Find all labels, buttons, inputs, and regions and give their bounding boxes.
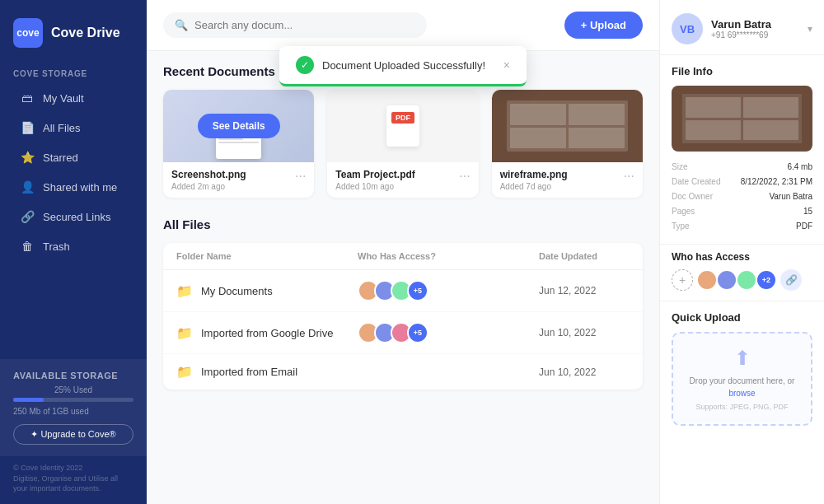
doc-card-pdf[interactable]: PDF Team Project.pdf Added 10m ago ··· [327, 90, 478, 198]
content-area: Recent Documents [147, 51, 659, 504]
sidebar-item-label: Starred [43, 152, 78, 164]
pages-label: Pages [672, 204, 695, 219]
table-row[interactable]: 📁 Imported from Email Jun 10, 2022 [163, 354, 643, 390]
doc-card-wireframe[interactable]: wireframe.png Added 7d ago ··· [492, 90, 643, 198]
file-info-section: File Info Size 6.4 mb Date Created 8/12/… [660, 55, 824, 244]
size-label: Size [672, 160, 687, 175]
wireframe-box [510, 104, 566, 124]
storage-section-label: COVE STORAGE [0, 63, 147, 83]
files-table-header: Folder Name Who Has Access? Date Updated [163, 243, 643, 270]
table-row[interactable]: 📁 Imported from Google Drive +5 Jun 10, … [163, 312, 643, 354]
upgrade-button[interactable]: ✦ Upgrade to Cove® [13, 424, 133, 445]
avatar [696, 269, 718, 291]
folder-label: My Documents [201, 285, 273, 297]
file-preview [672, 86, 812, 152]
date-text: Jun 10, 2022 [539, 327, 630, 338]
doc-menu-icon[interactable]: ··· [624, 169, 634, 184]
date-text: Jun 10, 2022 [539, 366, 630, 378]
doc-info: Team Project.pdf Added 10m ago ··· [327, 162, 478, 198]
logo-icon: cove [13, 18, 43, 48]
screen-line [218, 138, 242, 140]
access-row: + +2 🔗 [672, 269, 812, 291]
user-header[interactable]: VB Varun Batra +91 69*******69 ▾ [660, 0, 824, 55]
see-details-button[interactable]: See Details [198, 114, 280, 138]
wireframe-box [510, 128, 566, 148]
quick-upload-section: Quick Upload ⬆ Drop your document here, … [660, 301, 824, 436]
sidebar-logo[interactable]: cove Cove Drive [0, 0, 147, 63]
header: 🔍 + Upload ✓ Document Uploaded Successfu… [147, 0, 659, 51]
pdf-icon: PDF [386, 105, 419, 147]
storage-section: Available Storage 25% Used 250 Mb of 1GB… [0, 359, 147, 456]
doc-thumb-pdf: PDF [327, 90, 478, 162]
doc-card-screenshot[interactable]: See Details Screenshot.png Added 2m ago … [163, 90, 314, 198]
table-row[interactable]: 📁 My Documents +5 Jun 12, 2022 [163, 270, 643, 312]
toast-close-button[interactable]: × [503, 58, 510, 72]
toast-notification: ✓ Document Uploaded Successfully! × [279, 46, 527, 86]
upload-cloud-icon: ⬆ [681, 347, 803, 370]
sidebar-item-shared[interactable]: 👤 Shared with me [7, 173, 140, 201]
doc-menu-icon[interactable]: ··· [459, 169, 470, 184]
owner-value: Varun Batra [769, 189, 812, 204]
folder-label: Imported from Google Drive [201, 327, 333, 339]
wireframe-box [569, 128, 625, 148]
sidebar-item-vault[interactable]: 🗃 My Vault [7, 84, 140, 112]
folder-name: 📁 Imported from Google Drive [176, 325, 358, 341]
owner-label: Doc Owner [672, 189, 713, 204]
search-box[interactable]: 🔍 [163, 12, 427, 38]
folder-icon: 📁 [176, 283, 193, 299]
avatar [716, 269, 737, 291]
browse-link[interactable]: browse [728, 389, 755, 398]
access-title: Who has Access [672, 251, 812, 263]
sidebar-item-label: Shared with me [43, 181, 117, 194]
doc-menu-icon[interactable]: ··· [295, 169, 306, 184]
add-access-button[interactable]: + [672, 269, 693, 291]
support-text: Supports: JPEG, PNG, PDF [681, 403, 803, 411]
all-files-section: All Files Folder Name Who Has Access? Da… [163, 217, 643, 390]
doc-name: Screenshot.png [171, 169, 246, 180]
user-phone: +91 69*******69 [711, 30, 799, 40]
upload-button[interactable]: + Upload [564, 12, 643, 39]
file-meta: Size 6.4 mb Date Created 8/12/2022, 2:31… [672, 160, 812, 234]
all-files-icon: 📄 [20, 121, 35, 134]
wireframe-visual [492, 90, 643, 162]
main-content: 🔍 + Upload ✓ Document Uploaded Successfu… [147, 0, 659, 504]
footer-text: © Cove Identity 2022 Digitise, Organise … [0, 456, 147, 504]
wireframe-box [569, 104, 625, 124]
copy-link-icon[interactable]: 🔗 [780, 269, 802, 291]
avatar-stack: +5 [358, 322, 539, 343]
doc-name: Team Project.pdf [335, 169, 414, 180]
doc-date: Added 10m ago [335, 182, 414, 191]
type-value: PDF [796, 219, 812, 234]
drop-zone[interactable]: ⬆ Drop your document here, or browse Sup… [672, 332, 812, 426]
drop-text: Drop your document here, or browse [681, 375, 803, 399]
date-value: 8/12/2022, 2:31 PM [741, 175, 812, 189]
sidebar-item-trash[interactable]: 🗑 Trash [7, 232, 140, 260]
search-input[interactable] [194, 19, 415, 31]
sidebar-item-secured[interactable]: 🔗 Secured Links [7, 203, 140, 231]
files-table: Folder Name Who Has Access? Date Updated… [163, 243, 643, 390]
vault-icon: 🗃 [20, 91, 35, 105]
date-label: Date Created [672, 175, 720, 189]
date-text: Jun 12, 2022 [539, 285, 630, 296]
trash-icon: 🗑 [20, 240, 35, 253]
preview-box [686, 97, 741, 118]
avatar: VB [672, 13, 703, 44]
folder-icon: 📁 [176, 325, 193, 341]
avatar-count: +5 [407, 280, 428, 301]
chevron-down-icon[interactable]: ▾ [808, 23, 812, 35]
folder-label: Imported from Email [201, 366, 297, 378]
storage-bar-bg [13, 398, 133, 402]
size-value: 6.4 mb [787, 160, 812, 175]
sidebar-item-all-files[interactable]: 📄 All Files [7, 114, 140, 142]
link-icon: 🔗 [20, 210, 35, 223]
sidebar-item-starred[interactable]: ⭐ Starred [7, 143, 140, 171]
user-info: Varun Batra +91 69*******69 [711, 18, 799, 40]
sidebar-item-label: My Vault [43, 92, 84, 105]
col-date: Date Updated [539, 251, 630, 261]
doc-date: Added 2m ago [171, 182, 246, 191]
pdf-badge: PDF [391, 112, 414, 124]
shared-icon: 👤 [20, 180, 35, 194]
sidebar-item-label: Secured Links [43, 211, 110, 223]
toast-message: Document Uploaded Successfully! [322, 59, 485, 72]
storage-used-text: 250 Mb of 1GB used [13, 407, 133, 416]
